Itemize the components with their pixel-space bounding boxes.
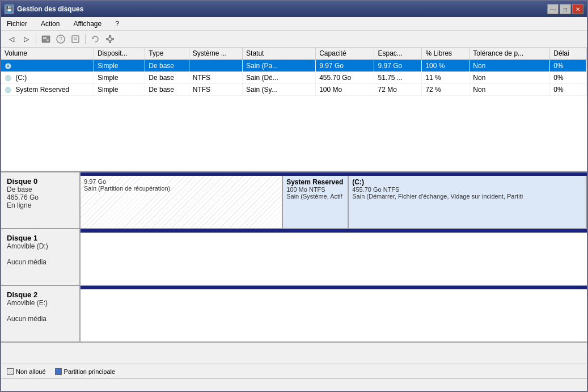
- disk-name-1: Disque 1: [7, 234, 74, 242]
- col-header-disposit[interactable]: Disposit...: [94, 48, 145, 60]
- legend-bar: Non alloué Partition principale: [1, 364, 587, 378]
- part-status-d0p2: Sain (Système, Actif: [286, 193, 344, 200]
- part-size-d0p2: 100 Mo NTFS: [286, 186, 344, 193]
- volume-icon-2: 💿: [5, 87, 11, 93]
- col-header-capacite[interactable]: Capacité: [316, 48, 374, 60]
- cell-statut-1: Sain (Dé...: [243, 72, 316, 84]
- volume-name-2: System Reserved: [15, 86, 69, 94]
- menu-fichier[interactable]: Fichier: [5, 19, 29, 28]
- toolbar: ◁ ▷ ?: [1, 31, 587, 48]
- part-size-d0p1: 9.97 Go: [84, 178, 278, 185]
- toolbar-separator-1: [36, 34, 36, 44]
- disk-status-1: Aucun média: [7, 258, 74, 266]
- col-header-espace[interactable]: Espac...: [374, 48, 422, 60]
- help-icon: ?: [56, 35, 65, 44]
- cell-statut-2: Sain (Sy...: [243, 84, 316, 96]
- svg-rect-10: [109, 41, 111, 43]
- cell-delai-0: 0%: [550, 60, 587, 72]
- cell-disposit-0: Simple: [94, 60, 145, 72]
- part-size-d0p3: 455.70 Go NTFS: [352, 186, 582, 193]
- disk-name-0: Disque 0: [7, 177, 74, 186]
- cell-statut-0: Sain (Pa...: [243, 60, 316, 72]
- legend-item-primary: Partition principale: [55, 368, 116, 375]
- title-bar-left: 💾 Gestion des disques: [5, 5, 83, 14]
- disk-type-1: Amovible (D:): [7, 242, 74, 250]
- window-title: Gestion des disques: [17, 5, 83, 13]
- disk-partitions-2: [81, 286, 587, 342]
- table-row[interactable]: 💿 System Reserved Simple De base NTFS Sa…: [1, 84, 587, 96]
- settings-button[interactable]: [103, 33, 117, 45]
- title-bar: 💾 Gestion des disques — □ ✕: [1, 1, 587, 17]
- part-status-d0p3: Sain (Démarrer, Fichier d'échange, Vidag…: [352, 193, 582, 200]
- disk-type-0: De base: [7, 186, 74, 193]
- minimize-button[interactable]: —: [547, 4, 559, 14]
- partition-d0p1[interactable]: 9.97 Go Sain (Partition de récupération): [81, 176, 283, 228]
- cell-pct-0: 100 %: [422, 60, 469, 72]
- cell-type-0: De base: [145, 60, 189, 72]
- disk-status-2: Aucun média: [7, 315, 74, 323]
- svg-rect-12: [112, 38, 114, 40]
- table-header: Volume Disposit... Type Système ... Stat…: [1, 48, 587, 60]
- col-header-tolerance[interactable]: Tolérance de p...: [469, 48, 550, 60]
- legend-box-unallocated: [7, 368, 14, 375]
- maximize-button[interactable]: □: [560, 4, 571, 14]
- svg-rect-1: [43, 37, 46, 39]
- settings-icon: [105, 35, 115, 44]
- disk-icon: [41, 35, 50, 44]
- disk-type-2: Amovible (E:): [7, 299, 74, 307]
- volume-name-1: (C:): [15, 74, 27, 82]
- disk-size-0: 465.76 Go: [7, 193, 74, 201]
- help-button[interactable]: ?: [54, 33, 67, 45]
- disk-partitions-0: 9.97 Go Sain (Partition de récupération)…: [81, 172, 587, 228]
- main-content: Volume Disposit... Type Système ... Stat…: [1, 48, 587, 378]
- cell-disposit-2: Simple: [94, 84, 145, 96]
- disk-label-2: Disque 2 Amovible (E:) Aucun média: [1, 286, 81, 342]
- col-header-statut[interactable]: Statut: [243, 48, 316, 60]
- cell-systeme-1: NTFS: [189, 72, 242, 84]
- cell-capacite-1: 455.70 Go: [316, 72, 374, 84]
- part-name-d0p3: (C:): [352, 178, 582, 186]
- menu-action[interactable]: Action: [39, 19, 62, 28]
- disk-status-0: En ligne: [7, 201, 74, 209]
- col-header-pct[interactable]: % Libres: [422, 48, 469, 60]
- bottom-panel[interactable]: Disque 0 De base 465.76 Go En ligne 9.97…: [1, 172, 587, 364]
- app-icon: 💾: [5, 5, 14, 14]
- menu-help[interactable]: ?: [113, 19, 121, 28]
- legend-label-unallocated: Non alloué: [16, 368, 46, 375]
- cell-volume-1: 💿 (C:): [1, 72, 94, 84]
- menu-affichage[interactable]: Affichage: [71, 19, 104, 28]
- back-button[interactable]: ◁: [5, 33, 18, 45]
- partition-d0p3[interactable]: (C:) 455.70 Go NTFS Sain (Démarrer, Fich…: [349, 176, 587, 228]
- svg-rect-11: [106, 38, 108, 40]
- cell-type-1: De base: [145, 72, 189, 84]
- cell-espace-0: 9.97 Go: [374, 60, 422, 72]
- cell-delai-2: 0%: [550, 84, 587, 96]
- cell-tolerance-0: Non: [469, 60, 550, 72]
- col-header-volume[interactable]: Volume: [1, 48, 94, 60]
- disk-icon-btn[interactable]: [39, 33, 53, 45]
- part-name-d0p2: System Reserved: [286, 178, 344, 186]
- legend-box-primary: [55, 368, 62, 375]
- col-header-type[interactable]: Type: [145, 48, 189, 60]
- properties-button[interactable]: [69, 33, 82, 45]
- refresh-button[interactable]: [88, 33, 102, 45]
- volume-label-0: [15, 62, 61, 70]
- close-button[interactable]: ✕: [572, 4, 583, 14]
- disk-label-0: Disque 0 De base 465.76 Go En ligne: [1, 172, 81, 228]
- col-header-delai[interactable]: Délai: [550, 48, 587, 60]
- disk-row-2: Disque 2 Amovible (E:) Aucun média: [1, 286, 587, 343]
- table-row[interactable]: 💿 Simple De base Sain (Pa... 9.97 Go 9.9…: [1, 60, 587, 72]
- col-header-systeme[interactable]: Système ...: [189, 48, 242, 60]
- forward-button[interactable]: ▷: [19, 33, 33, 45]
- disk-row-1: Disque 1 Amovible (D:) Aucun média: [1, 229, 587, 286]
- refresh-icon: [91, 35, 100, 44]
- cell-tolerance-1: Non: [469, 72, 550, 84]
- table-row[interactable]: 💿 (C:) Simple De base NTFS Sain (Dé... 4…: [1, 72, 587, 84]
- disk-partitions-1: [81, 229, 587, 285]
- cell-capacite-2: 100 Mo: [316, 84, 374, 96]
- cell-pct-2: 72 %: [422, 84, 469, 96]
- cell-disposit-1: Simple: [94, 72, 145, 84]
- cell-pct-1: 11 %: [422, 72, 469, 84]
- partition-d0p2[interactable]: System Reserved 100 Mo NTFS Sain (Systèm…: [283, 176, 349, 228]
- table-body: 💿 Simple De base Sain (Pa... 9.97 Go 9.9…: [1, 60, 587, 96]
